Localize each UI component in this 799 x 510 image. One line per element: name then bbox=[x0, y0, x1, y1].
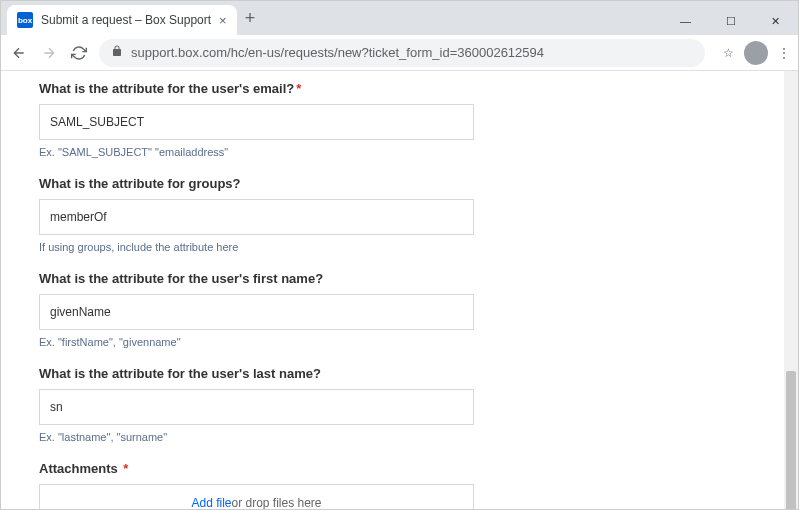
required-asterisk: * bbox=[296, 81, 301, 96]
drop-files-text: or drop files here bbox=[231, 496, 321, 509]
attachments-dropzone[interactable]: Add file or drop files here bbox=[39, 484, 474, 509]
tab-title: Submit a request – Box Support bbox=[41, 13, 211, 27]
firstname-attr-hint: Ex. "firstName", "givenname" bbox=[39, 336, 760, 348]
add-file-link[interactable]: Add file bbox=[191, 496, 231, 509]
address-bar[interactable]: support.box.com/hc/en-us/requests/new?ti… bbox=[99, 39, 705, 67]
back-button[interactable] bbox=[9, 45, 29, 61]
maximize-button[interactable]: ☐ bbox=[708, 7, 753, 35]
forward-button[interactable] bbox=[39, 45, 59, 61]
browser-toolbar: support.box.com/hc/en-us/requests/new?ti… bbox=[1, 35, 798, 71]
scrollbar-track[interactable] bbox=[784, 71, 798, 509]
email-attr-hint: Ex. "SAML_SUBJECT" "emailaddress" bbox=[39, 146, 760, 158]
tab-strip: box Submit a request – Box Support × + —… bbox=[1, 1, 798, 35]
minimize-button[interactable]: — bbox=[663, 7, 708, 35]
browser-tab[interactable]: box Submit a request – Box Support × bbox=[7, 5, 237, 35]
box-favicon: box bbox=[17, 12, 33, 28]
lastname-attr-input[interactable] bbox=[39, 389, 474, 425]
page-content: What is the attribute for the user's ema… bbox=[1, 71, 798, 509]
close-tab-icon[interactable]: × bbox=[219, 13, 227, 28]
email-attr-label: What is the attribute for the user's ema… bbox=[39, 81, 760, 96]
url-text: support.box.com/hc/en-us/requests/new?ti… bbox=[131, 45, 544, 60]
groups-attr-hint: If using groups, include the attribute h… bbox=[39, 241, 760, 253]
menu-icon[interactable]: ⋮ bbox=[778, 46, 790, 60]
email-attr-input[interactable] bbox=[39, 104, 474, 140]
scrollbar-thumb[interactable] bbox=[786, 371, 796, 509]
lock-icon bbox=[111, 45, 123, 60]
new-tab-button[interactable]: + bbox=[245, 8, 256, 29]
lastname-attr-label: What is the attribute for the user's las… bbox=[39, 366, 760, 381]
firstname-attr-input[interactable] bbox=[39, 294, 474, 330]
lastname-attr-hint: Ex. "lastname", "surname" bbox=[39, 431, 760, 443]
close-window-button[interactable]: ✕ bbox=[753, 7, 798, 35]
groups-attr-label: What is the attribute for groups? bbox=[39, 176, 760, 191]
star-icon[interactable]: ☆ bbox=[723, 46, 734, 60]
firstname-attr-label: What is the attribute for the user's fir… bbox=[39, 271, 760, 286]
profile-avatar[interactable] bbox=[744, 41, 768, 65]
groups-attr-input[interactable] bbox=[39, 199, 474, 235]
attachments-label: Attachments * bbox=[39, 461, 760, 476]
reload-button[interactable] bbox=[69, 45, 89, 61]
required-asterisk: * bbox=[120, 461, 129, 476]
